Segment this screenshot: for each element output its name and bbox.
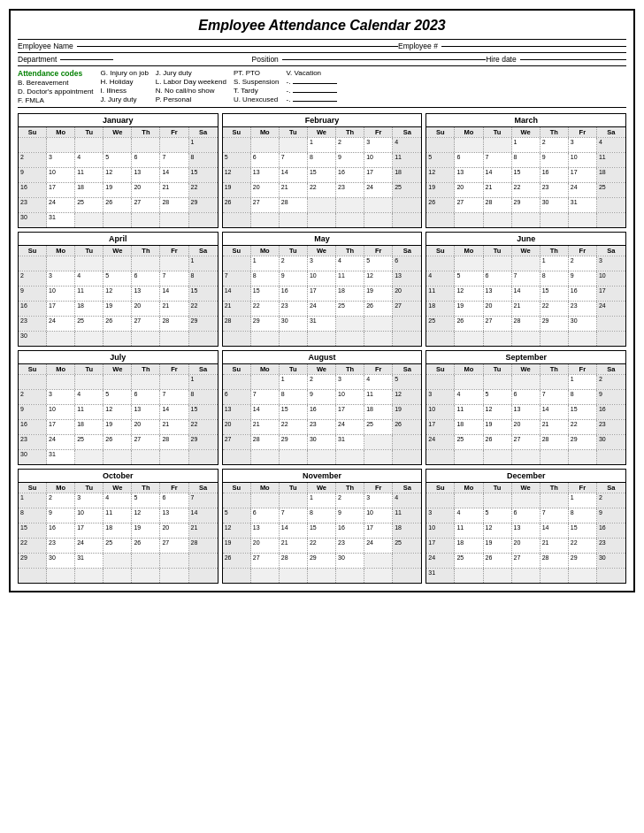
- day-header-sa: Sa: [597, 483, 625, 493]
- day-header-mo: Mo: [47, 483, 75, 493]
- day-header-fr: Fr: [569, 246, 597, 256]
- cal-day: 4: [75, 153, 104, 167]
- day-header-th: Th: [540, 483, 569, 493]
- cal-day: 2: [597, 493, 625, 508]
- employee-number-field: Employee #: [398, 42, 626, 50]
- cal-day: 19: [455, 302, 483, 316]
- cal-day: [393, 569, 421, 583]
- day-number: 16: [20, 421, 44, 427]
- day-number: 3: [49, 272, 73, 279]
- day-number: 12: [395, 391, 419, 397]
- cal-day: 26: [132, 539, 160, 553]
- day-number: 16: [338, 169, 362, 175]
- cal-day: 8: [569, 508, 597, 523]
- day-number: 29: [253, 317, 277, 324]
- cal-day: [597, 450, 625, 464]
- day-header-we: We: [104, 127, 132, 137]
- cal-day: 20: [512, 420, 540, 434]
- day-number: 24: [338, 421, 362, 427]
- cal-day: 6: [455, 153, 483, 167]
- week-row-1: 891011121314: [19, 508, 218, 523]
- cal-day: 6: [160, 493, 188, 508]
- day-header-tu: Tu: [280, 246, 308, 256]
- day-number: 10: [310, 272, 334, 279]
- cal-day: [132, 332, 160, 346]
- cal-day: 30: [19, 213, 47, 227]
- day-header-su: Su: [19, 364, 47, 374]
- day-number: 2: [281, 257, 305, 264]
- cal-day: 20: [132, 183, 160, 197]
- cal-day: 28: [223, 317, 251, 331]
- cal-day: 3: [75, 493, 104, 508]
- week-row-0: 1: [19, 137, 218, 152]
- cal-day: 13: [251, 523, 280, 538]
- day-number: 7: [191, 494, 216, 501]
- day-number: 30: [338, 554, 362, 561]
- cal-day: 27: [484, 317, 512, 331]
- cal-day: 2: [19, 153, 47, 167]
- day-number: 24: [428, 436, 452, 442]
- cal-day: 24: [597, 302, 625, 316]
- cal-day: 11: [75, 287, 104, 301]
- cal-day: 1: [308, 138, 336, 152]
- cal-day: 30: [569, 317, 597, 331]
- day-number: 22: [514, 184, 538, 190]
- cal-day: 10: [336, 390, 364, 404]
- day-header-tu: Tu: [484, 127, 512, 137]
- day-number: 16: [599, 524, 624, 531]
- cal-day: [540, 450, 569, 464]
- cal-day: [75, 256, 104, 271]
- cal-day: [512, 332, 540, 346]
- week-row-1: 3456789: [426, 389, 625, 404]
- day-number: 8: [281, 391, 305, 397]
- day-number: 15: [514, 169, 538, 175]
- cal-day: [597, 332, 625, 346]
- day-header-tu: Tu: [484, 483, 512, 493]
- day-header-fr: Fr: [364, 483, 393, 493]
- day-header-su: Su: [426, 483, 455, 493]
- cal-day: 21: [251, 420, 280, 434]
- cal-day: [393, 213, 421, 227]
- cal-day: [455, 256, 483, 271]
- cal-day: 21: [280, 183, 308, 197]
- day-number: 27: [395, 302, 419, 309]
- day-number: 30: [599, 436, 624, 442]
- cal-day: 2: [280, 256, 308, 271]
- day-number: 17: [49, 421, 73, 427]
- day-number: 29: [191, 436, 216, 442]
- cal-day: 23: [597, 420, 625, 434]
- day-number: 28: [542, 436, 566, 442]
- day-number: 22: [281, 421, 305, 427]
- day-header-sa: Sa: [597, 364, 625, 374]
- day-number: 17: [571, 169, 594, 175]
- day-number: 11: [456, 406, 480, 412]
- cal-day: 15: [569, 523, 597, 538]
- day-number: 6: [225, 391, 249, 397]
- employee-number-line: [441, 46, 626, 47]
- cal-day: 17: [569, 168, 597, 182]
- day-number: 20: [486, 302, 510, 309]
- week-row-4: 2728293031: [223, 434, 422, 449]
- cal-day: 4: [426, 271, 455, 286]
- day-number: 11: [77, 406, 101, 412]
- cal-day: [223, 375, 251, 389]
- day-number: 19: [486, 539, 510, 546]
- day-number: 25: [105, 539, 129, 546]
- day-number: 23: [599, 421, 624, 427]
- week-row-0: 1234: [223, 137, 422, 152]
- day-number: 26: [225, 554, 249, 561]
- day-number: 3: [366, 494, 390, 501]
- cal-day: 24: [364, 183, 393, 197]
- cal-day: 9: [19, 168, 47, 182]
- cal-day: 4: [455, 390, 483, 404]
- cal-day: 9: [597, 508, 625, 523]
- cal-day: 3: [47, 390, 75, 404]
- day-number: 4: [456, 391, 480, 397]
- day-number: 28: [162, 317, 186, 324]
- day-header-we: We: [512, 127, 540, 137]
- day-number: 16: [599, 406, 624, 412]
- cal-day: 1: [189, 138, 218, 152]
- day-number: 27: [456, 199, 480, 205]
- day-header-mo: Mo: [455, 483, 483, 493]
- cal-day: 9: [19, 405, 47, 419]
